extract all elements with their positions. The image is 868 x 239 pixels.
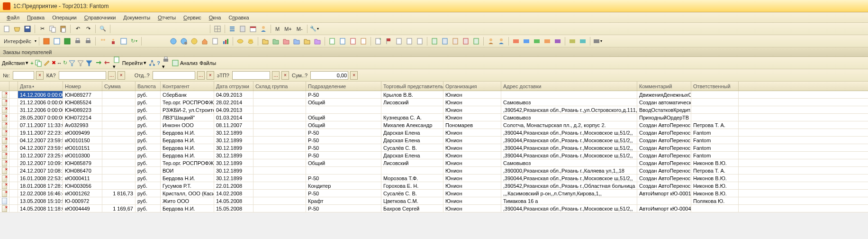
ka-filter-input[interactable]	[59, 71, 106, 80]
user-icon[interactable]	[259, 24, 268, 34]
ext-icon-3[interactable]	[532, 37, 542, 46]
people-icon-2[interactable]	[108, 37, 118, 46]
table-row[interactable]: 20.12.2007 10:09:18ЮН085879руб.Тер.орг. …	[0, 159, 868, 167]
otd-ellipsis-icon[interactable]: …	[197, 71, 205, 80]
sum-clear-icon[interactable]: ×	[350, 71, 358, 80]
menu-справка[interactable]: Справка	[225, 14, 253, 21]
cut-icon[interactable]: ✂	[37, 24, 47, 34]
refresh-icon[interactable]: ↻▾	[129, 37, 139, 46]
folder-icon-4[interactable]	[292, 37, 301, 46]
col-comment[interactable]: Комментарий	[637, 82, 691, 91]
search-icon[interactable]: 🔍	[98, 24, 108, 34]
exchange-icon-1[interactable]	[95, 59, 102, 67]
m-plus-label[interactable]: M+	[282, 26, 294, 32]
m-label[interactable]: M	[273, 26, 281, 32]
ext-icon-1[interactable]	[511, 37, 521, 46]
table-row[interactable]: 13.05.2008 15:10:56Ю-000972руб.Жито ООО1…	[0, 197, 868, 205]
table-row[interactable]: 10.12.2007 23:25:05кЮ010300руб.Бердова Н…	[0, 152, 868, 159]
col-responsible[interactable]: Ответственный	[691, 82, 739, 91]
num-filter-input[interactable]	[13, 71, 34, 80]
help-icon[interactable]: ?	[157, 60, 160, 66]
calc-icon[interactable]	[238, 24, 247, 34]
print-icon[interactable]	[73, 37, 82, 46]
table-row[interactable]: 18.01.2008 17:28:29ЮН003056руб.Гусумов Р…	[0, 182, 868, 190]
table-row[interactable]: 31.12.2006 0:00:00ЮН089223руб.РЗЖБИ-2, у…	[0, 106, 868, 114]
redo-icon[interactable]: ↷	[83, 24, 93, 34]
analiz-label[interactable]: Анализ	[180, 60, 198, 66]
ext-icon-8[interactable]: ▾	[593, 37, 602, 46]
doc-z-icon[interactable]	[415, 37, 425, 46]
open-icon[interactable]	[12, 24, 22, 34]
grid-icon[interactable]	[213, 24, 222, 34]
col-sum[interactable]: Сумма	[102, 82, 136, 91]
filter-by-icon[interactable]	[85, 59, 93, 67]
people-icon[interactable]	[98, 37, 108, 46]
folder-icon-5[interactable]	[302, 37, 312, 46]
ext-icon-6[interactable]	[568, 37, 577, 46]
new-doc-icon[interactable]	[2, 24, 11, 34]
set-interval-icon[interactable]: ↔	[57, 60, 62, 66]
tb2-icon-2[interactable]	[52, 37, 62, 46]
paste-icon[interactable]	[58, 24, 68, 34]
filter-icon[interactable]	[68, 59, 76, 67]
undo-icon[interactable]: ↶	[73, 24, 82, 34]
print-icon-2[interactable]	[83, 37, 93, 46]
save-icon[interactable]	[23, 24, 32, 34]
mark-delete-icon[interactable]: ✖	[52, 60, 56, 66]
col-date[interactable]: Дата▴	[18, 82, 63, 91]
coin-icon[interactable]	[235, 37, 245, 46]
avatar-icon-1[interactable]	[486, 37, 496, 46]
table-row[interactable]: 14.12.2006 0:00:00ЮН089277руб.СберБанк04…	[0, 91, 868, 99]
etp-filter-input[interactable]	[232, 71, 270, 80]
edit-icon[interactable]	[43, 59, 51, 67]
table-icon[interactable]	[119, 37, 128, 46]
print-form-icon[interactable]: ▾	[162, 56, 170, 70]
tb2-icon-3[interactable]	[63, 37, 72, 46]
doc-group-3[interactable]	[348, 37, 358, 46]
doc-y-icon[interactable]	[405, 37, 414, 46]
table-row[interactable]: 28.05.2007 0:00:00ЮН072214руб.ЛВЗ"Шацкий…	[0, 114, 868, 121]
menu-файл[interactable]: Файл	[3, 14, 23, 21]
table-row[interactable]: 12.02.2008 16:46:40кЮ0012621 816,73руб.К…	[0, 190, 868, 197]
num-clear-icon[interactable]: ×	[36, 71, 44, 80]
calendar-icon[interactable]	[248, 24, 258, 34]
table-row[interactable]: 04.12.2007 23:59:59кЮ010150руб.Бердова Н…	[0, 137, 868, 144]
folder-icon-2[interactable]	[271, 37, 280, 46]
add-icon[interactable]: +	[30, 60, 33, 66]
menu-окна[interactable]: Окна	[205, 14, 225, 21]
coin-stack-icon[interactable]	[246, 37, 255, 46]
create-on-icon[interactable]: ▾	[113, 56, 120, 70]
menu-справочники[interactable]: Справочники	[81, 14, 120, 21]
col-currency[interactable]: Валюта	[136, 82, 161, 91]
folder-icon-6[interactable]	[313, 37, 322, 46]
table-row[interactable]: 16.01.2008 22:53:21кЮ000411руб.Бердова Н…	[0, 175, 868, 182]
col-sales-rep[interactable]: Торговый представитель	[381, 82, 443, 91]
col-delivery-address[interactable]: Адрес доставки	[501, 82, 637, 91]
doc-group-2[interactable]	[338, 37, 347, 46]
ext-icon-7[interactable]	[578, 37, 588, 46]
report-icon-1[interactable]	[430, 37, 439, 46]
house-icon[interactable]	[200, 37, 209, 46]
table-row[interactable]: 14.05.2008 11:18:00кЮ0044491 169,67руб.Б…	[0, 205, 868, 212]
copy-icon[interactable]	[48, 24, 57, 34]
ka-ellipsis-icon[interactable]: …	[108, 71, 116, 80]
add-copy-icon[interactable]	[35, 59, 42, 67]
refresh-list-icon[interactable]: ↻	[63, 60, 67, 66]
sum-filter-input[interactable]	[310, 71, 348, 80]
menu-правка[interactable]: Правка	[23, 14, 48, 21]
actions-label[interactable]: Действия	[2, 60, 25, 66]
doc-x-icon[interactable]	[394, 37, 404, 46]
interface-label[interactable]: Интерфейс	[2, 38, 33, 44]
m-minus-label[interactable]: M-	[295, 26, 305, 32]
report-icon-3[interactable]	[451, 37, 460, 46]
menu-документы[interactable]: Документы	[119, 14, 154, 21]
menu-операции[interactable]: Операции	[48, 14, 80, 21]
table-row[interactable]: 04.12.2007 23:59:59кЮ010151руб.Бердова Н…	[0, 144, 868, 152]
doc-add-icon[interactable]: +	[373, 37, 383, 46]
table-row[interactable]: 19.11.2007 22:23:12кЮ009499руб.Бердова Н…	[0, 129, 868, 137]
report-icon-4[interactable]	[461, 37, 470, 46]
col-warehouse-group[interactable]: Склад группа	[253, 82, 306, 91]
doc-group-1[interactable]	[327, 37, 337, 46]
menu-сервис[interactable]: Сервис	[180, 14, 205, 21]
col-number[interactable]: Номер	[63, 82, 102, 91]
